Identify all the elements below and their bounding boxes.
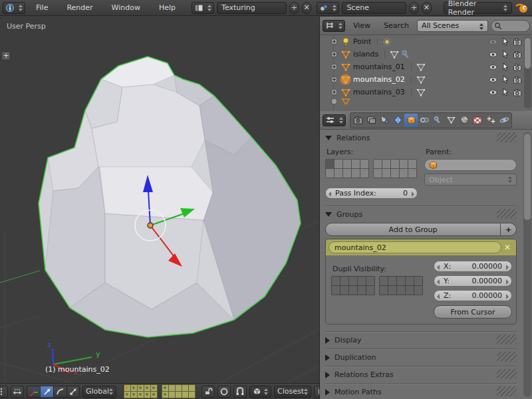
menu-render[interactable]: Render: [59, 3, 100, 12]
pass-index-field[interactable]: Pass Index: 0: [325, 188, 418, 199]
close-layout-button[interactable]: ✕: [302, 2, 312, 14]
panel-drag-hatch[interactable]: [497, 334, 517, 344]
dupli-layers-left[interactable]: [331, 276, 375, 295]
layout-name-field[interactable]: Texturing: [217, 2, 287, 14]
visibility-eye-icon[interactable]: [488, 76, 498, 84]
outliner-display-filter-dropdown[interactable]: All Scenes: [417, 20, 488, 32]
close-scene-button[interactable]: ✕: [422, 2, 432, 14]
mesh-data-icon[interactable]: [416, 75, 426, 84]
toolbar-expand-button[interactable]: +: [1, 51, 11, 61]
mesh-data-icon[interactable]: [416, 63, 426, 72]
tab-physics[interactable]: [497, 114, 511, 127]
expand-icon[interactable]: [331, 51, 338, 58]
tab-render-layers[interactable]: [364, 114, 378, 127]
scrollbar-thumb[interactable]: [525, 38, 531, 68]
lamp-data-icon[interactable]: [382, 37, 392, 47]
dupli-layers-right[interactable]: [379, 276, 423, 295]
panel-groups-header[interactable]: Groups: [325, 206, 517, 223]
increment-arrow-icon[interactable]: [506, 265, 509, 270]
from-cursor-button[interactable]: From Cursor: [434, 305, 512, 319]
mesh-data-icon[interactable]: [416, 88, 426, 97]
layers-widget-right[interactable]: [161, 384, 196, 399]
list-item-mountains-02[interactable]: mountains_02: [320, 73, 532, 86]
tab-object[interactable]: [404, 114, 418, 127]
panel-relations-header[interactable]: Relations: [325, 130, 517, 146]
panel-drag-hatch[interactable]: [497, 209, 517, 219]
selectability-cursor-icon[interactable]: [501, 88, 509, 96]
render-opengl-button[interactable]: [314, 386, 319, 398]
parent-object-field[interactable]: [424, 159, 517, 171]
visibility-eye-icon[interactable]: [488, 63, 498, 71]
selectability-cursor-icon[interactable]: [501, 63, 509, 71]
selectability-cursor-icon[interactable]: [501, 37, 509, 46]
tab-world[interactable]: [391, 114, 404, 127]
panel-motion-paths-header[interactable]: Motion Paths: [325, 384, 517, 399]
visibility-eye-icon[interactable]: [488, 88, 498, 96]
decrement-arrow-icon[interactable]: [437, 294, 440, 299]
rotate-manipulator-button[interactable]: [53, 386, 66, 398]
panel-drag-hatch[interactable]: [497, 352, 517, 362]
group-offset-x-field[interactable]: X: 0.00000: [434, 261, 512, 272]
menu-window[interactable]: Window: [104, 3, 148, 12]
decrement-arrow-icon[interactable]: [329, 192, 331, 197]
visibility-eye-icon[interactable]: [488, 51, 498, 59]
decrement-arrow-icon[interactable]: [437, 265, 440, 270]
mesh-data-icon[interactable]: [390, 50, 399, 59]
outliner-menu-search[interactable]: Search: [378, 21, 414, 30]
list-item-mountains-03[interactable]: mountains_03: [320, 86, 532, 98]
manipulator-toggle-button[interactable]: [27, 386, 40, 398]
scene-selector[interactable]: [317, 2, 339, 14]
screen-layout-selector[interactable]: [192, 2, 214, 14]
scene-name-field[interactable]: Scene: [342, 2, 406, 14]
decrement-arrow-icon[interactable]: [437, 279, 440, 285]
increment-arrow-icon[interactable]: [412, 192, 414, 197]
tab-particles[interactable]: [484, 114, 497, 127]
scene-lock-button[interactable]: [201, 386, 215, 398]
selectability-cursor-icon[interactable]: [501, 75, 509, 84]
render-visibility-camera-icon[interactable]: [513, 38, 522, 46]
list-item-islands[interactable]: islands: [320, 48, 532, 61]
add-to-group-button[interactable]: Add to Group: [325, 223, 501, 236]
panel-relations-extras-header[interactable]: Relations Extras: [325, 366, 517, 383]
info-editor-selector[interactable]: [3, 2, 25, 14]
expand-icon[interactable]: [331, 76, 338, 83]
properties-editor-selector[interactable]: [323, 114, 346, 126]
menu-file[interactable]: File: [28, 3, 56, 12]
list-item-point[interactable]: Point: [320, 35, 532, 48]
panel-duplication-header[interactable]: Duplication: [325, 349, 517, 366]
snap-element-dropdown[interactable]: [249, 386, 271, 398]
render-visibility-camera-icon[interactable]: [513, 88, 522, 96]
add-scene-button[interactable]: +: [409, 2, 419, 14]
object-layers-right[interactable]: [373, 159, 417, 178]
outliner-scrollbar[interactable]: [524, 37, 531, 108]
panel-drag-hatch[interactable]: [497, 386, 517, 396]
scrollbar-thumb[interactable]: [524, 134, 531, 220]
panel-display-header[interactable]: Display: [325, 332, 517, 348]
render-visibility-camera-icon[interactable]: [513, 76, 522, 84]
new-group-plus-button[interactable]: +: [501, 223, 517, 236]
snap-toggle-button[interactable]: [233, 386, 247, 398]
transform-orientation-dropdown[interactable]: Global: [82, 386, 116, 398]
tab-object-data[interactable]: [444, 114, 458, 127]
scale-manipulator-button[interactable]: [66, 386, 80, 398]
proportional-edit-button[interactable]: [217, 386, 231, 398]
expand-icon[interactable]: [331, 63, 338, 70]
panel-drag-hatch[interactable]: [497, 369, 517, 379]
render-visibility-camera-icon[interactable]: [513, 63, 522, 71]
tab-constraints[interactable]: [418, 114, 431, 127]
translate-manipulator-button[interactable]: [40, 386, 53, 398]
render-visibility-camera-icon[interactable]: [513, 51, 522, 59]
tab-scene[interactable]: [378, 114, 391, 127]
tab-modifiers[interactable]: [431, 114, 444, 127]
snap-target-dropdown[interactable]: Closest: [274, 386, 311, 398]
expand-icon[interactable]: [331, 88, 338, 96]
viewport-editor-selector[interactable]: [0, 386, 8, 398]
outliner-menu-view[interactable]: View: [348, 21, 376, 30]
list-item-mountains-01[interactable]: mountains_01: [320, 61, 532, 73]
layers-widget-left[interactable]: [123, 384, 158, 399]
increment-arrow-icon[interactable]: [506, 279, 509, 285]
tab-render[interactable]: [351, 114, 364, 127]
outliner-search-input[interactable]: [491, 20, 530, 32]
tab-material[interactable]: [458, 114, 471, 127]
viewport-3d[interactable]: User Persp (1) mountains_02 z y x +: [0, 17, 319, 383]
